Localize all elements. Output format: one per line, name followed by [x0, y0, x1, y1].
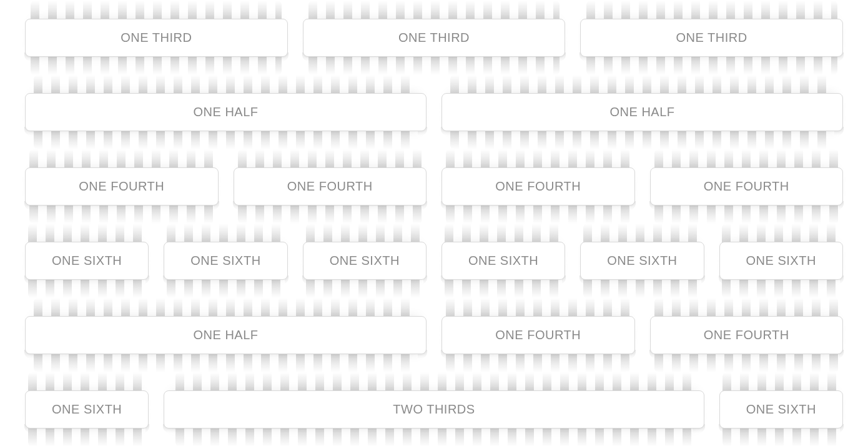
grid-row: ONE FOURTH ONE FOURTH ONE FOURTH ONE FOU… — [25, 167, 843, 206]
shadow-decor — [441, 127, 844, 136]
grid-col-label: ONE FOURTH — [495, 328, 581, 342]
grid-col-one-third: ONE THIRD — [303, 19, 566, 57]
grid-col-one-fourth: ONE FOURTH — [441, 316, 635, 354]
shadow-decor — [24, 350, 427, 359]
grid-col-label: ONE SIXTH — [330, 254, 400, 267]
shadow-decor — [579, 275, 704, 284]
grid-demo-container: ONE THIRD ONE THIRD ONE THIRD ONE HALF O… — [0, 0, 868, 429]
grid-col-one-fourth: ONE FOURTH — [234, 167, 427, 206]
grid-col-label: ONE HALF — [193, 105, 258, 119]
grid-col-label: ONE SIXTH — [746, 254, 816, 267]
grid-col-label: ONE FOURTH — [79, 179, 164, 193]
grid-col-label: ONE FOURTH — [704, 179, 789, 193]
shadow-decor — [649, 350, 844, 359]
grid-col-one-sixth: ONE SIXTH — [164, 242, 287, 280]
grid-col-one-sixth: ONE SIXTH — [25, 242, 149, 280]
grid-col-one-third: ONE THIRD — [25, 19, 288, 57]
grid-col-one-sixth: ONE SIXTH — [719, 242, 843, 280]
grid-col-label: ONE FOURTH — [287, 179, 373, 193]
grid-col-label: ONE SIXTH — [52, 254, 122, 267]
shadow-decor — [719, 424, 844, 433]
grid-col-one-half: ONE HALF — [25, 93, 427, 131]
grid-col-label: ONE HALF — [609, 105, 674, 119]
grid-row: ONE HALF ONE HALF — [25, 93, 843, 131]
grid-col-one-fourth: ONE FOURTH — [650, 167, 844, 206]
grid-col-one-sixth: ONE SIXTH — [303, 242, 427, 280]
grid-col-label: ONE SIXTH — [52, 402, 122, 416]
grid-col-one-sixth: ONE SIXTH — [580, 242, 704, 280]
grid-col-one-sixth: ONE SIXTH — [441, 242, 565, 280]
shadow-decor — [24, 275, 149, 284]
grid-row: ONE SIXTH ONE SIXTH ONE SIXTH ONE SIXTH … — [25, 242, 843, 280]
grid-col-label: ONE THIRD — [398, 31, 470, 44]
shadow-decor — [302, 275, 427, 284]
shadow-decor — [719, 275, 844, 284]
grid-col-label: ONE SIXTH — [607, 254, 677, 267]
shadow-decor — [163, 275, 288, 284]
grid-col-one-third: ONE THIRD — [580, 19, 843, 57]
shadow-decor — [579, 52, 844, 61]
grid-col-label: ONE SIXTH — [468, 254, 538, 267]
shadow-decor — [649, 201, 844, 210]
grid-col-label: ONE HALF — [193, 328, 258, 342]
grid-col-label: ONE THIRD — [676, 31, 747, 44]
shadow-decor — [441, 275, 566, 284]
grid-col-label: ONE FOURTH — [495, 179, 581, 193]
shadow-decor — [441, 350, 636, 359]
shadow-decor — [24, 201, 219, 210]
shadow-decor — [24, 424, 149, 433]
shadow-decor — [441, 201, 636, 210]
grid-col-label: ONE SIXTH — [190, 254, 260, 267]
grid-col-label: ONE SIXTH — [746, 402, 816, 416]
grid-col-one-half: ONE HALF — [441, 93, 843, 131]
grid-row: ONE HALF ONE FOURTH ONE FOURTH — [25, 316, 843, 354]
shadow-decor — [24, 127, 427, 136]
grid-col-one-fourth: ONE FOURTH — [25, 167, 219, 206]
grid-row: ONE THIRD ONE THIRD ONE THIRD — [25, 19, 843, 57]
grid-col-one-fourth: ONE FOURTH — [650, 316, 844, 354]
shadow-decor — [163, 424, 704, 433]
shadow-decor — [24, 52, 289, 61]
grid-col-label: ONE THIRD — [121, 31, 192, 44]
shadow-decor — [233, 201, 428, 210]
grid-col-one-half: ONE HALF — [25, 316, 427, 354]
grid-col-one-sixth: ONE SIXTH — [25, 390, 149, 429]
shadow-decor — [302, 52, 566, 61]
grid-col-one-sixth: ONE SIXTH — [719, 390, 843, 429]
grid-col-one-fourth: ONE FOURTH — [441, 167, 635, 206]
grid-col-label: ONE FOURTH — [704, 328, 789, 342]
grid-col-two-thirds: TWO THIRDS — [164, 390, 704, 429]
grid-col-label: TWO THIRDS — [393, 402, 475, 416]
grid-row: ONE SIXTH TWO THIRDS ONE SIXTH — [25, 390, 843, 429]
